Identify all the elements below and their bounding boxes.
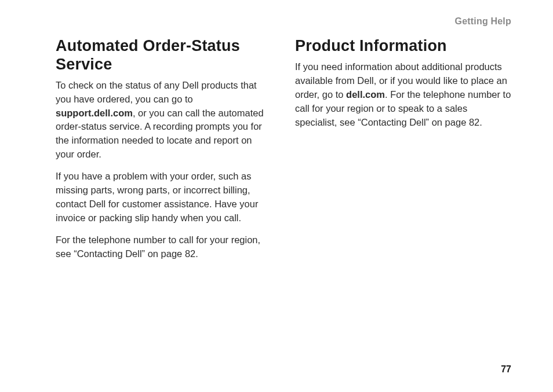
- left-column: Automated Order-Status Service To check …: [56, 37, 272, 261]
- bold-url-text: dell.com: [346, 89, 385, 100]
- two-column-layout: Automated Order-Status Service To check …: [56, 37, 511, 261]
- paragraph: If you need information about additional…: [295, 60, 511, 130]
- section-heading-product-info: Product Information: [295, 37, 511, 56]
- page-number: 77: [501, 364, 511, 375]
- right-column: Product Information If you need informat…: [295, 37, 511, 261]
- section-heading-order-status: Automated Order-Status Service: [56, 37, 272, 74]
- document-page: Getting Help Automated Order-Status Serv…: [0, 0, 553, 392]
- running-header: Getting Help: [56, 16, 511, 27]
- paragraph: If you have a problem with your order, s…: [56, 170, 272, 225]
- bold-url-text: support.dell.com: [56, 108, 133, 118]
- paragraph: To check on the status of any Dell produ…: [56, 79, 272, 162]
- text-run: To check on the status of any Dell produ…: [56, 80, 257, 104]
- paragraph: For the telephone number to call for you…: [56, 233, 272, 261]
